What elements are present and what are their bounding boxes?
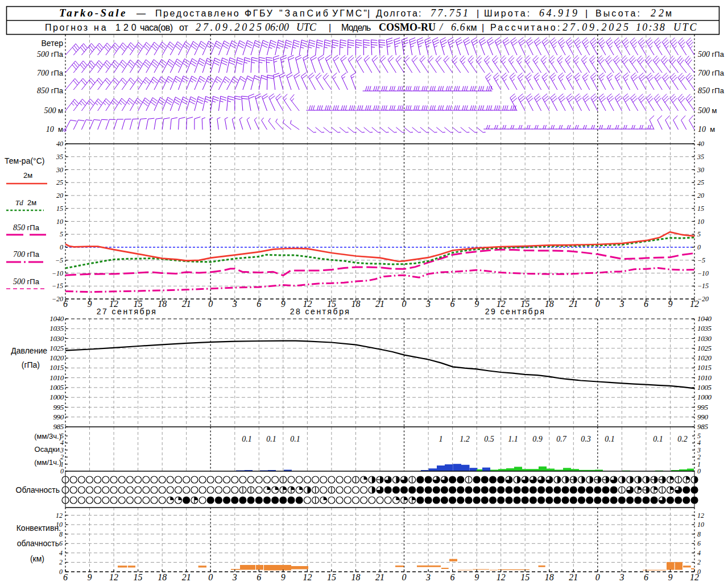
- svg-text:9: 9: [281, 299, 286, 309]
- svg-text:3: 3: [232, 299, 237, 309]
- svg-text:35: 35: [697, 153, 704, 161]
- svg-text:3: 3: [425, 572, 431, 582]
- svg-text:Рассчитано:: Рассчитано:: [490, 23, 562, 32]
- svg-text:500 гПа: 500 гПа: [37, 50, 64, 59]
- svg-text:1.1: 1.1: [508, 435, 518, 443]
- svg-text:9: 9: [474, 299, 479, 309]
- svg-text:06:00: 06:00: [265, 22, 289, 33]
- svg-text:12: 12: [56, 512, 63, 519]
- svg-text:5: 5: [697, 432, 701, 440]
- svg-text:10 м: 10 м: [698, 125, 715, 134]
- svg-text:облачность: облачность: [17, 539, 59, 548]
- svg-text:0: 0: [402, 299, 407, 309]
- svg-text:12: 12: [497, 572, 506, 582]
- svg-text:0.1: 0.1: [605, 435, 615, 443]
- svg-text:985: 985: [697, 422, 708, 431]
- svg-text:9: 9: [668, 299, 673, 309]
- svg-text:21: 21: [375, 572, 384, 582]
- svg-text:−5: −5: [55, 256, 63, 264]
- svg-text:35: 35: [56, 153, 63, 161]
- svg-text:0: 0: [59, 568, 63, 576]
- svg-text:−10: −10: [697, 269, 709, 277]
- svg-text:1040: 1040: [49, 314, 64, 323]
- svg-text:6: 6: [644, 299, 648, 309]
- svg-text:4: 4: [59, 549, 63, 557]
- svg-text:−10: −10: [52, 269, 63, 277]
- svg-text:часа(ов): часа(ов): [140, 23, 173, 32]
- svg-text:6: 6: [257, 572, 261, 582]
- svg-text:18: 18: [545, 572, 554, 582]
- svg-text:9: 9: [88, 572, 92, 582]
- svg-text:1025: 1025: [697, 344, 712, 352]
- svg-text:28 сентября: 28 сентября: [290, 307, 351, 316]
- svg-text:30: 30: [56, 166, 63, 174]
- svg-text:25: 25: [697, 178, 704, 186]
- svg-text:18: 18: [158, 299, 167, 309]
- svg-text:|: |: [329, 23, 331, 32]
- svg-text:1005: 1005: [49, 383, 64, 392]
- svg-text:0.1: 0.1: [266, 435, 276, 443]
- svg-text:2: 2: [697, 453, 701, 461]
- svg-text:(км): (км): [30, 554, 44, 563]
- svg-text:0: 0: [595, 299, 600, 309]
- svg-text:Прогноз: Прогноз: [45, 23, 89, 32]
- svg-text:от: от: [179, 23, 189, 32]
- svg-text:1030: 1030: [697, 334, 712, 343]
- svg-text:|: |: [367, 9, 370, 18]
- svg-text:Td 2м: Td 2м: [15, 198, 36, 207]
- svg-text:40: 40: [697, 140, 704, 148]
- svg-text:1020: 1020: [697, 354, 712, 362]
- svg-text:29 сентября: 29 сентября: [485, 307, 546, 316]
- svg-text:6: 6: [697, 539, 701, 547]
- svg-text:6: 6: [63, 299, 68, 309]
- svg-text:995: 995: [53, 403, 64, 411]
- svg-text:500 м: 500 м: [44, 106, 63, 115]
- svg-text:Облачность: Облачность: [16, 485, 60, 494]
- svg-text:9: 9: [668, 572, 673, 582]
- svg-text:Конвективн.: Конвективн.: [16, 523, 61, 533]
- svg-text:12: 12: [109, 572, 118, 582]
- svg-text:9: 9: [88, 299, 92, 309]
- svg-text:20: 20: [56, 192, 63, 199]
- svg-text:27.09.2025: 27.09.2025: [562, 22, 631, 33]
- svg-text:1000: 1000: [697, 393, 712, 401]
- svg-text:15: 15: [520, 572, 530, 582]
- svg-text:27.09.2025: 27.09.2025: [196, 22, 264, 33]
- svg-text:Осадки: Осадки: [35, 445, 60, 454]
- svg-text:0: 0: [208, 299, 213, 309]
- svg-text:на: на: [94, 23, 109, 32]
- svg-text:0.5: 0.5: [484, 435, 494, 443]
- svg-text:18: 18: [351, 299, 361, 309]
- svg-text:−20: −20: [697, 295, 709, 303]
- svg-text:1: 1: [439, 435, 443, 443]
- svg-text:(мм/3ч.): (мм/3ч.): [34, 432, 61, 440]
- svg-text:1025: 1025: [49, 344, 64, 352]
- svg-text:5: 5: [697, 230, 701, 238]
- svg-text:10: 10: [697, 521, 704, 529]
- svg-text:1005: 1005: [697, 383, 712, 392]
- svg-text:1000: 1000: [49, 393, 64, 401]
- svg-text:995: 995: [697, 403, 708, 411]
- svg-text:|: |: [477, 9, 479, 18]
- svg-text:8: 8: [697, 530, 701, 538]
- svg-text:27 сентября: 27 сентября: [97, 307, 158, 316]
- svg-text:Давление: Давление: [11, 346, 47, 355]
- svg-text:1015: 1015: [49, 363, 64, 372]
- svg-text:30: 30: [697, 166, 704, 174]
- svg-text:500 гПа: 500 гПа: [698, 50, 725, 59]
- svg-text:21: 21: [182, 572, 191, 582]
- svg-text:0.3: 0.3: [581, 435, 591, 443]
- svg-text:12: 12: [690, 572, 699, 582]
- svg-text:700 гПа: 700 гПа: [698, 69, 725, 77]
- svg-text:UTC: UTC: [673, 22, 698, 33]
- svg-text:3: 3: [425, 299, 431, 309]
- svg-text:−5: −5: [697, 256, 705, 264]
- svg-text:25: 25: [56, 178, 63, 186]
- svg-text:3: 3: [60, 446, 64, 454]
- svg-text:Tarko-Sale: Tarko-Sale: [59, 7, 127, 19]
- svg-text:10: 10: [697, 218, 704, 226]
- svg-text:6: 6: [59, 539, 63, 547]
- svg-text:0.7: 0.7: [556, 435, 567, 443]
- svg-text:3: 3: [232, 572, 237, 582]
- svg-text:500 гПа: 500 гПа: [13, 277, 40, 286]
